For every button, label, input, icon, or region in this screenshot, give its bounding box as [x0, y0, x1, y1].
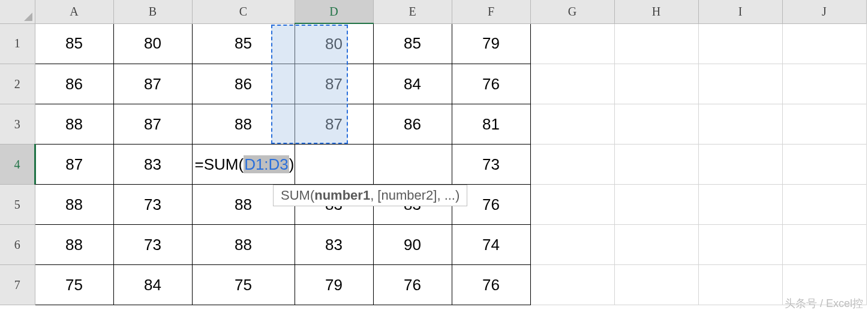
row-header-4[interactable]: 4 — [0, 145, 35, 185]
cell-F4[interactable]: 73 — [452, 145, 530, 185]
col-header-B[interactable]: B — [113, 0, 192, 23]
cell-F6[interactable]: 74 — [452, 225, 530, 265]
watermark: 头条号 / Excel控 — [785, 296, 863, 311]
cell-H1[interactable] — [614, 23, 698, 64]
select-all-corner[interactable] — [0, 0, 35, 23]
cell-G3[interactable] — [530, 104, 614, 145]
col-header-C[interactable]: C — [192, 0, 295, 23]
col-header-F[interactable]: F — [452, 0, 530, 23]
cell-C6[interactable]: 88 — [192, 225, 295, 265]
cell-H2[interactable] — [614, 64, 698, 104]
cell-H7[interactable] — [614, 265, 698, 305]
cell-I4[interactable] — [698, 145, 782, 185]
cell-A7[interactable]: 75 — [35, 265, 113, 305]
cell-C4[interactable]: =SUM(D1:D3) — [192, 145, 295, 185]
cell-D2[interactable]: 87 — [295, 64, 373, 104]
cell-G7[interactable] — [530, 265, 614, 305]
cell-G2[interactable] — [530, 64, 614, 104]
cell-G4[interactable] — [530, 145, 614, 185]
col-header-A[interactable]: A — [35, 0, 113, 23]
col-header-H[interactable]: H — [614, 0, 698, 23]
cell-E2[interactable]: 84 — [373, 64, 452, 104]
col-header-J[interactable]: J — [782, 0, 866, 23]
tooltip-rest: , [number2], ...) — [370, 188, 459, 203]
cell-F7[interactable]: 76 — [452, 265, 530, 305]
cell-D7[interactable]: 79 — [295, 265, 373, 305]
cell-A6[interactable]: 88 — [35, 225, 113, 265]
col-header-G[interactable]: G — [530, 0, 614, 23]
cell-C1[interactable]: 85 — [192, 23, 295, 64]
cell-J1[interactable] — [782, 23, 866, 64]
cell-A5[interactable]: 88 — [35, 185, 113, 225]
cell-B2[interactable]: 87 — [113, 64, 192, 104]
cell-I7[interactable] — [698, 265, 782, 305]
cell-I5[interactable] — [698, 185, 782, 225]
cell-H5[interactable] — [614, 185, 698, 225]
cell-F2[interactable]: 76 — [452, 64, 530, 104]
cell-C7[interactable]: 75 — [192, 265, 295, 305]
cell-B5[interactable]: 73 — [113, 185, 192, 225]
cell-J2[interactable] — [782, 64, 866, 104]
formula-ref: D1:D3 — [244, 155, 289, 173]
cell-D6[interactable]: 83 — [295, 225, 373, 265]
cell-A3[interactable]: 88 — [35, 104, 113, 145]
cell-G5[interactable] — [530, 185, 614, 225]
cell-H3[interactable] — [614, 104, 698, 145]
cell-G6[interactable] — [530, 225, 614, 265]
cell-J3[interactable] — [782, 104, 866, 145]
cell-I2[interactable] — [698, 64, 782, 104]
tooltip-fn: SUM( — [281, 188, 314, 203]
tooltip-arg1: number1 — [314, 188, 370, 203]
col-header-I[interactable]: I — [698, 0, 782, 23]
active-cell-indicator — [34, 144, 36, 184]
cell-A1[interactable]: 85 — [35, 23, 113, 64]
cell-H4[interactable] — [614, 145, 698, 185]
cell-I3[interactable] — [698, 104, 782, 145]
cell-E3[interactable]: 86 — [373, 104, 452, 145]
cell-H6[interactable] — [614, 225, 698, 265]
cell-B4[interactable]: 83 — [113, 145, 192, 185]
col-header-D[interactable]: D — [295, 0, 373, 23]
row-header-7[interactable]: 7 — [0, 265, 35, 305]
cell-E4[interactable] — [373, 145, 452, 185]
row-header-2[interactable]: 2 — [0, 64, 35, 104]
cell-G1[interactable] — [530, 23, 614, 64]
formula-prefix: =SUM( — [195, 155, 244, 173]
col-header-E[interactable]: E — [373, 0, 452, 23]
row-header-1[interactable]: 1 — [0, 23, 35, 64]
cell-D1[interactable]: 80 — [295, 23, 373, 64]
cell-A2[interactable]: 86 — [35, 64, 113, 104]
cell-E1[interactable]: 85 — [373, 23, 452, 64]
cell-C2[interactable]: 86 — [192, 64, 295, 104]
cell-F3[interactable]: 81 — [452, 104, 530, 145]
cell-B7[interactable]: 84 — [113, 265, 192, 305]
cell-A4[interactable]: 87 — [35, 145, 113, 185]
cell-B1[interactable]: 80 — [113, 23, 192, 64]
cell-B6[interactable]: 73 — [113, 225, 192, 265]
cell-F1[interactable]: 79 — [452, 23, 530, 64]
cell-D3[interactable]: 87 — [295, 104, 373, 145]
cell-J6[interactable] — [782, 225, 866, 265]
cell-D4[interactable] — [295, 145, 373, 185]
row-header-3[interactable]: 3 — [0, 104, 35, 145]
spreadsheet[interactable]: A B C D E F G H I J 1 85 80 85 80 85 79 … — [0, 0, 867, 305]
cell-I1[interactable] — [698, 23, 782, 64]
function-tooltip: SUM(number1, [number2], ...) — [273, 185, 467, 206]
cell-I6[interactable] — [698, 225, 782, 265]
cell-C3[interactable]: 88 — [192, 104, 295, 145]
formula-suffix: ) — [289, 155, 295, 173]
row-header-5[interactable]: 5 — [0, 185, 35, 225]
row-header-6[interactable]: 6 — [0, 225, 35, 265]
cell-B3[interactable]: 87 — [113, 104, 192, 145]
cell-E6[interactable]: 90 — [373, 225, 452, 265]
cell-E7[interactable]: 76 — [373, 265, 452, 305]
cell-J4[interactable] — [782, 145, 866, 185]
cell-J5[interactable] — [782, 185, 866, 225]
